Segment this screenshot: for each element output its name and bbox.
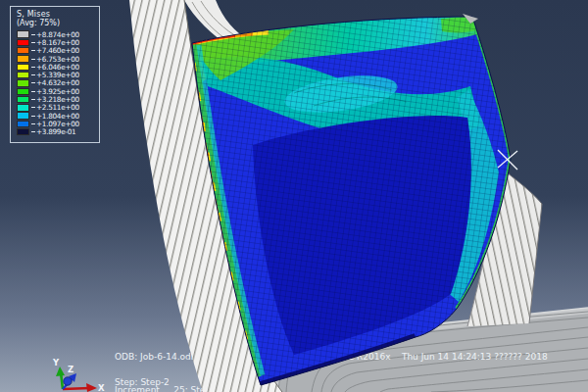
legend-tick	[31, 82, 35, 83]
triad-z-label: Z	[68, 365, 74, 374]
legend-tick	[31, 50, 35, 51]
legend-tick	[31, 34, 35, 35]
legend-title: S, Mises	[17, 10, 99, 19]
legend-swatch	[17, 72, 29, 78]
legend-swatch	[17, 47, 29, 54]
legend-entry: +3.899e-01	[17, 128, 99, 136]
legend-tick	[31, 99, 35, 100]
legend-tick	[31, 131, 35, 132]
legend-tick	[31, 74, 35, 75]
legend-tick	[31, 42, 35, 43]
legend-swatch	[17, 121, 29, 127]
legend-tick	[31, 91, 35, 92]
legend-swatch	[17, 104, 29, 111]
legend-swatch	[17, 112, 29, 119]
legend-rows: +8.874e+00 +8.167e+00 +7.460e+00 +6.753e…	[17, 30, 99, 136]
legend-tick	[31, 116, 35, 117]
legend-value: +3.899e-01	[36, 127, 75, 136]
legend-swatch	[17, 128, 29, 135]
legend-swatch	[17, 39, 29, 46]
contour-legend: S, Mises (Avg: 75%) +8.874e+00 +8.167e+0…	[10, 6, 100, 143]
legend-swatch	[17, 55, 29, 62]
abaqus-viewport: ODB: Job-6-14.odb Abaqus/Standard 3DEXPE…	[0, 0, 588, 392]
legend-swatch	[17, 64, 29, 71]
triad-x-label: X	[98, 383, 105, 392]
triad-y-label: Y	[52, 358, 60, 368]
legend-tick	[31, 67, 35, 68]
legend-tick	[31, 107, 35, 108]
legend-swatch	[17, 88, 29, 95]
legend-swatch	[17, 79, 29, 86]
legend-swatch	[17, 30, 29, 37]
legend-subtitle: (Avg: 75%)	[17, 19, 99, 27]
legend-tick	[31, 123, 35, 124]
legend-swatch	[17, 96, 29, 103]
legend-tick	[31, 59, 35, 60]
